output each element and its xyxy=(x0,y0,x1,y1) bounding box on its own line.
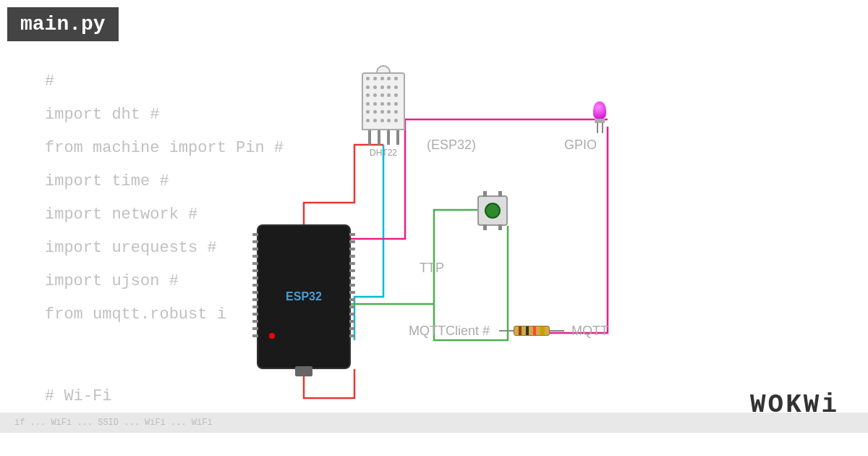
esp32-pins-left xyxy=(252,233,258,337)
code-line-7: import ujson # xyxy=(45,265,284,298)
main-container: main.py # import dht # from machine impo… xyxy=(0,0,868,456)
led-pins xyxy=(595,123,605,133)
wire-green-1 xyxy=(351,210,477,304)
title-label: main.py xyxy=(20,13,106,35)
wire-cyan xyxy=(354,145,383,340)
led xyxy=(593,101,606,133)
resistor-band-1 xyxy=(519,326,522,335)
btn-pin-br xyxy=(498,224,502,230)
esp32-red-indicator xyxy=(269,333,275,339)
bottom-scroll-area[interactable]: if ... WiFi ... SSID ... WiFi ... WiFi xyxy=(0,413,868,433)
dht22-notch xyxy=(376,65,391,72)
code-line-8: from umqtt.robust i xyxy=(45,298,284,332)
code-line-3: from machine import Pin # xyxy=(45,132,284,165)
resistor-body xyxy=(499,326,564,336)
gpio-circuit-label: GPIO xyxy=(564,138,597,153)
title-bar: main.py xyxy=(7,7,119,41)
dht22-sensor: DHT22 xyxy=(362,72,405,158)
esp32-label: ESP32 xyxy=(286,290,322,303)
pushbutton-body[interactable] xyxy=(477,195,508,226)
resistor-band-2 xyxy=(526,326,529,335)
esp32-usb xyxy=(295,366,312,376)
resistor-band-4 xyxy=(540,326,545,335)
esp32-board: ESP32 xyxy=(257,224,351,369)
resistor-element xyxy=(514,326,550,336)
mqtt-client-label: MQTTClient # xyxy=(409,324,490,339)
resistor-lead-left xyxy=(499,330,514,332)
dht22-grid xyxy=(363,74,404,129)
http-circuit-label: TTP xyxy=(420,261,444,276)
wire-magenta-2 xyxy=(550,127,608,333)
pushbutton-cap[interactable] xyxy=(485,203,501,219)
resistor-lead-right xyxy=(550,330,564,332)
dht22-label: DHT22 xyxy=(362,148,405,158)
wifi-comment-label: # Wi-Fi xyxy=(45,387,111,405)
code-line-6: import urequests # xyxy=(45,232,284,265)
btn-pin-bl xyxy=(483,224,487,230)
wokwi-logo: WOKWi xyxy=(750,390,839,420)
code-line-1: # xyxy=(45,65,284,98)
pushbutton[interactable] xyxy=(477,195,508,226)
btn-pin-tl xyxy=(483,191,487,197)
dht22-body xyxy=(362,72,405,130)
bottom-scroll-text: if ... WiFi ... SSID ... WiFi ... WiFi xyxy=(14,418,213,428)
resistor-band-3 xyxy=(533,326,536,335)
dht22-pins xyxy=(362,130,405,145)
esp32-circuit-label: (ESP32) xyxy=(427,138,476,153)
resistor xyxy=(499,326,564,336)
code-line-2: import dht # xyxy=(45,98,284,132)
led-bulb xyxy=(593,101,606,119)
code-line-5: import network # xyxy=(45,198,284,232)
mqtt-label: MQTT xyxy=(571,324,608,339)
code-area: # import dht # from machine import Pin #… xyxy=(45,65,284,332)
btn-pin-tr xyxy=(498,191,502,197)
code-line-4: import time # xyxy=(45,165,284,198)
esp32-pins-right xyxy=(349,233,355,337)
